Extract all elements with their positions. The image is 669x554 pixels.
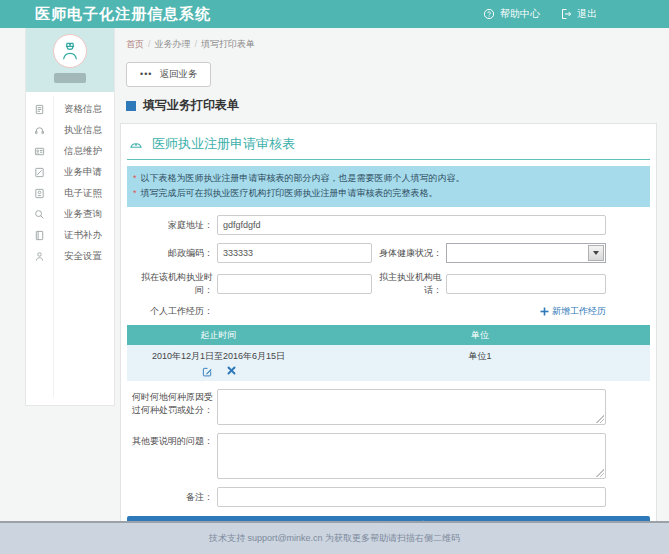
sidebar-item-label: 资格信息: [64, 103, 102, 116]
user-name-redacted: [54, 73, 86, 83]
asterisk-icon: *: [133, 173, 137, 183]
logout-icon: [560, 8, 572, 20]
search-icon: [26, 209, 53, 220]
section-bullet-icon: [126, 101, 136, 111]
other-issues-textarea[interactable]: [217, 433, 606, 479]
org-phone-label: 拟主执业机构电话：: [372, 271, 446, 297]
remark-input[interactable]: [217, 487, 606, 507]
form-panel: 医师执业注册申请审核表 *以下表格为医师执业注册申请审核表的部分内容，也是需要医…: [120, 123, 657, 546]
notice-line: *以下表格为医师执业注册申请审核表的部分内容，也是需要医师个人填写的内容。: [133, 171, 640, 186]
org-phone-input[interactable]: [446, 274, 606, 294]
help-center-label: 帮助中心: [500, 7, 540, 21]
punishment-label: 何时何地何种原因受过何种处罚或处分：: [127, 389, 217, 417]
sidebar-item-label: 执业信息: [64, 124, 102, 137]
breadcrumb-separator: /: [195, 39, 198, 49]
breadcrumb-business[interactable]: 业务办理: [155, 39, 191, 49]
asterisk-icon: *: [133, 188, 137, 198]
other-issues-row: 其他要说明的问题：: [127, 433, 606, 479]
select-dropdown-button[interactable]: [588, 245, 604, 261]
headset-icon: [26, 125, 53, 136]
table-cell-unit: 单位1: [310, 350, 650, 377]
page-title: 填写业务打印表单: [126, 97, 657, 114]
sidebar-item-certificate-reissue[interactable]: 证书补办: [26, 225, 114, 246]
nurse-cap-icon: [129, 138, 143, 151]
sidebar: 资格信息 执业信息 信息维护 业务申请: [25, 28, 115, 406]
footer-text: 技术支持 support@minke.cn 为获取更多帮助请扫描右侧二维码: [209, 532, 460, 545]
remark-row: 备注：: [127, 487, 606, 507]
remark-label: 备注：: [127, 491, 217, 504]
breadcrumb-current: 填写打印表单: [201, 39, 255, 49]
row-actions: [127, 366, 310, 377]
notice-box: *以下表格为医师执业注册申请审核表的部分内容，也是需要医师个人填写的内容。 *填…: [127, 166, 650, 207]
practice-time-phone-row: 拟在该机构执业时间： 拟主执业机构电话：: [127, 271, 606, 297]
sidebar-item-label: 业务查询: [64, 208, 102, 221]
help-icon: [483, 8, 495, 20]
breadcrumb-separator: /: [148, 39, 151, 49]
user-profile-block: [26, 28, 114, 92]
document-icon: [26, 104, 53, 115]
avatar: [53, 34, 87, 68]
app-header: 医师电子化注册信息系统 帮助中心 退出: [0, 0, 669, 28]
sidebar-item-label: 信息维护: [64, 145, 102, 158]
practice-time-label: 拟在该机构执业时间：: [127, 271, 217, 297]
breadcrumb-home[interactable]: 首页: [126, 39, 144, 49]
page-footer: 技术支持 support@minke.cn 为获取更多帮助请扫描右侧二维码: [0, 521, 669, 554]
main-content: 首页/业务办理/填写打印表单 ••• 返回业务 填写业务打印表单 医师执业注册申…: [120, 28, 657, 546]
header-actions: 帮助中心 退出: [483, 7, 597, 21]
form-fields-bottom: 何时何地何种原因受过何种处罚或处分： 其他要说明的问题： 备注：: [127, 389, 606, 507]
table-header-row: 起止时间 单位: [127, 325, 650, 345]
chevron-down-icon: [593, 251, 599, 255]
sidebar-menu: 资格信息 执业信息 信息维护 业务申请: [26, 92, 114, 267]
table-cell-period: 2010年12月1日至2016年6月15日: [127, 350, 310, 377]
work-history-table: 起止时间 单位 2010年12月1日至2016年6月15日: [127, 325, 650, 381]
sidebar-item-info-maintenance[interactable]: 信息维护: [26, 141, 114, 162]
sidebar-item-qualification-info[interactable]: 资格信息: [26, 99, 114, 120]
health-status-select[interactable]: [446, 243, 606, 263]
back-button-label: 返回业务: [159, 68, 197, 81]
work-history-row: 个人工作经历： 新增工作经历: [127, 305, 606, 318]
certificate-icon: [26, 188, 53, 199]
breadcrumb: 首页/业务办理/填写打印表单: [120, 28, 657, 51]
other-issues-label: 其他要说明的问题：: [127, 433, 217, 448]
postal-code-label: 邮政编码：: [127, 247, 217, 260]
user-lock-icon: [26, 251, 53, 262]
sidebar-item-label: 安全设置: [64, 250, 102, 263]
punishment-row: 何时何地何种原因受过何种处罚或处分：: [127, 389, 606, 425]
home-address-row: 家庭地址：: [127, 215, 606, 235]
table-header-period: 起止时间: [127, 329, 310, 342]
book-icon: [26, 230, 53, 241]
help-center-link[interactable]: 帮助中心: [483, 7, 540, 21]
punishment-textarea[interactable]: [217, 389, 606, 425]
table-row: 2010年12月1日至2016年6月15日 单位1: [127, 345, 650, 381]
edit-icon[interactable]: [202, 366, 213, 377]
form-fields: 家庭地址： 邮政编码： 身体健康状况： 拟在该机构执业时间： 拟主执业机构电话：…: [127, 215, 606, 318]
form-title: 医师执业注册申请审核表: [152, 135, 295, 153]
table-header-unit: 单位: [310, 329, 650, 342]
form-edit-icon: [26, 167, 53, 178]
sidebar-item-label: 业务申请: [64, 166, 102, 179]
health-status-label: 身体健康状况：: [372, 247, 446, 260]
logout-link[interactable]: 退出: [560, 7, 597, 21]
home-address-label: 家庭地址：: [127, 219, 217, 232]
sidebar-item-label: 电子证照: [64, 187, 102, 200]
home-address-input[interactable]: [217, 215, 606, 235]
postal-code-input[interactable]: [217, 243, 372, 263]
sidebar-item-electronic-certificate[interactable]: 电子证照: [26, 183, 114, 204]
back-to-business-button[interactable]: ••• 返回业务: [126, 62, 211, 87]
sidebar-item-practice-info[interactable]: 执业信息: [26, 120, 114, 141]
dots-icon: •••: [140, 72, 152, 77]
add-work-history-link[interactable]: 新增工作经历: [540, 305, 606, 318]
delete-icon[interactable]: [227, 366, 236, 377]
id-card-icon: [26, 146, 53, 157]
sidebar-item-label: 证书补办: [64, 229, 102, 242]
work-history-label: 个人工作经历：: [127, 305, 217, 318]
sidebar-item-business-application[interactable]: 业务申请: [26, 162, 114, 183]
logout-label: 退出: [577, 7, 597, 21]
notice-line: *填写完成后可在拟执业医疗机构打印医师执业注册申请审核表的完整表格。: [133, 186, 640, 201]
practice-time-input[interactable]: [217, 274, 372, 294]
postal-health-row: 邮政编码： 身体健康状况：: [127, 243, 606, 263]
form-title-bar: 医师执业注册申请审核表: [127, 130, 650, 160]
plus-icon: [540, 307, 549, 316]
sidebar-item-business-query[interactable]: 业务查询: [26, 204, 114, 225]
sidebar-item-security-settings[interactable]: 安全设置: [26, 246, 114, 267]
